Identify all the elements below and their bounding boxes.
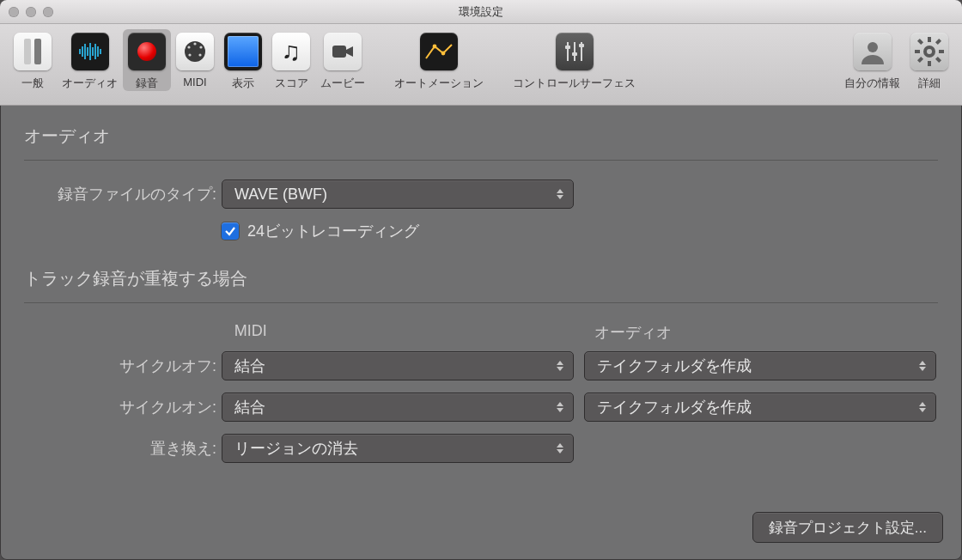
- column-header-audio: オーディオ: [588, 322, 938, 343]
- tab-control-surfaces[interactable]: コントロールサーフェス: [508, 29, 641, 91]
- svg-point-15: [188, 53, 191, 56]
- midi-icon: [176, 33, 214, 70]
- minimize-icon[interactable]: [26, 7, 36, 17]
- bit24-checkbox[interactable]: [222, 222, 239, 240]
- tab-score[interactable]: ♫ スコア: [267, 29, 315, 91]
- tab-display[interactable]: 表示: [219, 29, 267, 91]
- tab-movie[interactable]: ムービー: [315, 29, 370, 91]
- sliders-icon: [556, 33, 594, 70]
- chevron-up-down-icon: [552, 393, 568, 421]
- svg-point-36: [927, 49, 932, 54]
- switch-icon: [14, 33, 52, 70]
- tab-midi[interactable]: MIDI: [171, 29, 219, 91]
- svg-rect-28: [928, 37, 931, 42]
- note-icon: ♫: [272, 33, 310, 70]
- window-title: 環境設定: [0, 4, 962, 20]
- camera-icon: [324, 33, 362, 70]
- svg-rect-33: [935, 57, 941, 63]
- divider: [24, 160, 938, 161]
- svg-point-19: [441, 52, 446, 56]
- display-icon: [224, 33, 262, 70]
- svg-rect-31: [939, 50, 944, 53]
- tab-general[interactable]: 一般: [9, 29, 57, 91]
- svg-rect-34: [935, 39, 941, 45]
- replace-select[interactable]: リージョンの消去: [222, 434, 574, 463]
- svg-rect-24: [572, 52, 577, 56]
- tab-advanced[interactable]: 詳細: [905, 29, 953, 91]
- preferences-window: 環境設定 一般 オーディオ 録音 MIDI: [0, 0, 962, 560]
- titlebar: 環境設定: [0, 0, 962, 24]
- cycle-off-label: サイクルオフ:: [24, 356, 222, 376]
- file-type-label: 録音ファイルのタイプ:: [24, 184, 222, 204]
- svg-point-13: [187, 46, 190, 48]
- file-type-value: WAVE (BWF): [234, 186, 327, 204]
- chevron-up-down-icon: [552, 435, 568, 462]
- svg-rect-29: [928, 61, 931, 66]
- tab-record[interactable]: 録音: [123, 29, 171, 91]
- divider: [24, 302, 938, 303]
- cycle-off-audio-select[interactable]: テイクフォルダを作成: [584, 351, 936, 380]
- gear-icon: [910, 33, 948, 70]
- column-header-midi: MIDI: [228, 322, 578, 343]
- svg-rect-17: [332, 46, 346, 58]
- file-type-select[interactable]: WAVE (BWF): [222, 180, 574, 209]
- chevron-up-down-icon: [552, 352, 568, 380]
- svg-rect-35: [917, 57, 923, 63]
- record-icon: [128, 33, 166, 70]
- svg-rect-23: [565, 46, 570, 49]
- svg-point-12: [193, 42, 196, 45]
- chevron-up-down-icon: [915, 352, 930, 380]
- tab-audio[interactable]: オーディオ: [57, 29, 123, 91]
- svg-rect-25: [579, 44, 584, 47]
- tab-automation[interactable]: オートメーション: [389, 29, 489, 91]
- cycle-on-audio-select[interactable]: テイクフォルダを作成: [584, 393, 936, 422]
- cycle-on-midi-select[interactable]: 結合: [222, 393, 574, 422]
- svg-rect-32: [917, 39, 923, 45]
- cycle-off-midi-select[interactable]: 結合: [222, 351, 574, 380]
- svg-point-14: [199, 46, 202, 48]
- svg-point-16: [198, 53, 201, 56]
- chevron-up-down-icon: [552, 180, 568, 208]
- close-icon[interactable]: [9, 7, 19, 17]
- section-overlap-title: トラック録音が重複する場合: [24, 267, 938, 290]
- svg-point-26: [868, 42, 878, 52]
- tab-my-info[interactable]: 自分の情報: [839, 29, 905, 91]
- zoom-icon[interactable]: [43, 7, 53, 17]
- window-controls: [9, 7, 53, 17]
- user-icon: [854, 33, 892, 70]
- content: オーディオ 録音ファイルのタイプ: WAVE (BWF) 24ビットレコーディン…: [0, 106, 962, 494]
- svg-point-18: [433, 45, 437, 49]
- replace-label: 置き換え:: [24, 438, 222, 459]
- cycle-on-label: サイクルオン:: [24, 397, 222, 417]
- automation-icon: [420, 33, 458, 70]
- section-audio-title: オーディオ: [24, 125, 938, 148]
- waveform-icon: [71, 33, 109, 70]
- recording-project-settings-button[interactable]: 録音プロジェクト設定...: [752, 512, 943, 543]
- svg-rect-30: [915, 50, 920, 53]
- toolbar: 一般 オーディオ 録音 MIDI 表示: [0, 24, 962, 106]
- chevron-up-down-icon: [915, 393, 930, 421]
- bit24-label: 24ビットレコーディング: [247, 221, 419, 241]
